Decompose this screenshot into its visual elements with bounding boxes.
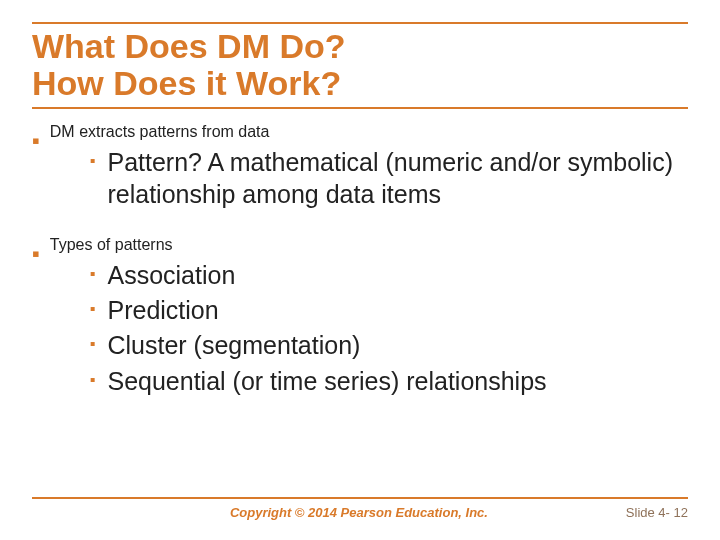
title-line-1: What Does DM Do? [32,27,346,65]
slide-footer: Copyright © 2014 Pearson Education, Inc.… [32,497,688,520]
square-bullet-icon: ▪ [90,265,96,283]
bullet-list-level-2: ▪ Pattern? A mathematical (numeric and/o… [90,147,688,210]
footer-rule [32,497,688,499]
bullet-text: Association [107,260,235,291]
slide-number: Slide 4- 12 [626,505,688,520]
list-item: ▪ Pattern? A mathematical (numeric and/o… [90,147,688,210]
content-body: ▪ DM extracts patterns from data ▪ Patte… [32,109,688,401]
square-bullet-icon: ▪ [90,335,96,353]
list-item: ▪ Prediction [90,295,688,326]
bullet-list-level-2: ▪ Association ▪ Prediction ▪ Cluster (se… [90,260,688,397]
square-bullet-icon: ▪ [90,152,96,170]
title-line-2: How Does it Work? [32,64,341,102]
square-bullet-icon: ▪ [32,241,40,267]
square-bullet-icon: ▪ [90,371,96,389]
slide-title: What Does DM Do? How Does it Work? [32,24,688,107]
list-item: ▪ Types of patterns ▪ Association ▪ Pred… [32,236,688,401]
list-item: ▪ Cluster (segmentation) [90,330,688,361]
list-item: ▪ Association [90,260,688,291]
square-bullet-icon: ▪ [32,128,40,154]
footer-row: Copyright © 2014 Pearson Education, Inc.… [32,505,688,520]
bullet-text: Pattern? A mathematical (numeric and/or … [107,147,688,210]
bullet-text: Prediction [107,295,218,326]
list-item: ▪ Sequential (or time series) relationsh… [90,366,688,397]
bullet-list-level-1: ▪ DM extracts patterns from data ▪ Patte… [32,123,688,401]
square-bullet-icon: ▪ [90,300,96,318]
list-item: ▪ DM extracts patterns from data ▪ Patte… [32,123,688,214]
bullet-text: Sequential (or time series) relationship… [107,366,546,397]
slide: What Does DM Do? How Does it Work? ▪ DM … [0,0,720,540]
bullet-text: DM extracts patterns from data [50,123,688,141]
copyright-text: Copyright © 2014 Pearson Education, Inc. [92,505,626,520]
bullet-text: Cluster (segmentation) [107,330,360,361]
bullet-text: Types of patterns [50,236,688,254]
